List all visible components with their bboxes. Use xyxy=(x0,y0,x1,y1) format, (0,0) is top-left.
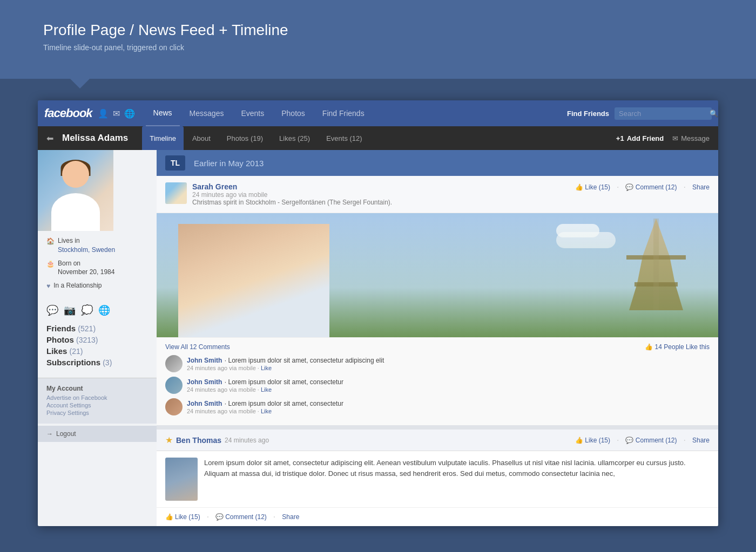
comment1-text: · Lorem ipsum dolor sit amet, consectetu… xyxy=(225,357,384,364)
search-icon: 🔍 xyxy=(710,110,718,118)
profile-name: Melissa Adams xyxy=(62,133,128,144)
lives-in-label: Lives in xyxy=(58,237,80,244)
logout-label: Logout xyxy=(56,430,76,438)
comment1-avatar xyxy=(165,355,183,372)
globe-icon[interactable]: 🌐 xyxy=(124,108,135,119)
heart-icon: ♥ xyxy=(46,282,50,290)
nav-photos[interactable]: Photos xyxy=(274,100,313,126)
add-friend-button[interactable]: +1 Add Friend xyxy=(616,134,664,142)
post1-comments-section: View All 12 Comments 👍 14 People Like th… xyxy=(157,337,718,425)
thumbs-up-icon: 👍 xyxy=(165,513,173,521)
post2-footer-like[interactable]: 👍 Like (15) xyxy=(165,513,200,521)
post1-time: 24 minutes ago via mobile xyxy=(192,191,570,199)
message-icon: ✉ xyxy=(672,134,678,142)
friends-icon[interactable]: 👤 xyxy=(98,108,109,119)
view-all-comments-link[interactable]: View All 12 Comments xyxy=(165,343,230,351)
comment1-like-btn[interactable]: Like xyxy=(261,365,272,371)
chat-icon[interactable]: 💬 xyxy=(46,304,58,316)
comment2-author[interactable]: John Smith xyxy=(187,378,222,386)
home-icon: 🏠 xyxy=(46,237,55,245)
nav-news[interactable]: News xyxy=(146,100,180,126)
comment3-avatar xyxy=(165,398,183,415)
comment3-author[interactable]: John Smith xyxy=(187,400,222,407)
nav-find-friends[interactable]: Find Friends xyxy=(315,100,372,126)
page-subtitle: Timeline slide-out panel, triggered on c… xyxy=(43,43,713,52)
thumbs-icon: 👍 xyxy=(645,343,653,351)
privacy-settings-link[interactable]: Privacy Settings xyxy=(46,410,148,416)
birthday-icon: 🎂 xyxy=(46,260,55,268)
people-bg xyxy=(178,224,329,337)
post2-body: Lorem ipsum dolor sit amet, consectetur … xyxy=(157,451,718,507)
advertise-link[interactable]: Advertise on Facebook xyxy=(46,394,148,401)
tab-timeline[interactable]: Timeline xyxy=(142,126,184,150)
message-button[interactable]: ✉ Message xyxy=(672,134,710,142)
nav-icons: 👤 ✉ 🌐 xyxy=(98,108,135,119)
navbar: facebook 👤 ✉ 🌐 News Messages Events Phot… xyxy=(38,100,718,126)
photo-icon[interactable]: 📷 xyxy=(64,304,76,316)
post2-share-btn[interactable]: Share xyxy=(692,437,710,444)
comment2-meta: 24 minutes ago via mobile · Like xyxy=(187,386,710,393)
comment-item-1: John Smith · Lorem ipsum dolor sit amet,… xyxy=(165,355,710,372)
timeline-period: Earlier in May 2013 xyxy=(194,159,264,168)
post2-comment-btn[interactable]: 💬 Comment (12) xyxy=(625,437,677,444)
profile-picture xyxy=(38,150,113,231)
post2-footer-comment[interactable]: 💬 Comment (12) xyxy=(215,513,267,521)
tab-events[interactable]: Events (12) xyxy=(319,126,369,150)
nav-messages[interactable]: Messages xyxy=(182,100,232,126)
born-on-item: 🎂 Born on November 20, 1984 xyxy=(46,259,148,277)
tab-about[interactable]: About xyxy=(185,126,218,150)
post1-avatar xyxy=(165,182,187,204)
comment2-avatar xyxy=(165,377,183,394)
post2-text: Lorem ipsum dolor sit amet, consectetur … xyxy=(204,458,710,501)
sidebar-info: 🏠 Lives in Stockholm, Sweden 🎂 Born on N… xyxy=(38,231,157,300)
post1-author[interactable]: Sarah Green xyxy=(192,182,570,191)
comment-icon[interactable]: 💭 xyxy=(81,304,93,316)
post1-header: Sarah Green 24 minutes ago via mobile Ch… xyxy=(157,176,718,213)
logout-button[interactable]: → Logout xyxy=(38,426,157,442)
tab-photos[interactable]: Photos (19) xyxy=(219,126,271,150)
comment1-author[interactable]: John Smith xyxy=(187,357,222,364)
account-settings-link[interactable]: Account Settings xyxy=(46,402,148,408)
post1-like-btn[interactable]: 👍 Like (15) xyxy=(575,183,610,191)
search-input[interactable] xyxy=(619,110,710,118)
header-arrow xyxy=(70,79,90,88)
sidebar: 🏠 Lives in Stockholm, Sweden 🎂 Born on N… xyxy=(38,150,157,526)
web-icon[interactable]: 🌐 xyxy=(98,304,110,316)
facebook-logo: facebook xyxy=(44,106,92,120)
lives-in-item: 🏠 Lives in Stockholm, Sweden xyxy=(46,236,148,255)
tab-likes[interactable]: Likes (25) xyxy=(272,126,318,150)
post2-avatar xyxy=(165,458,198,501)
main-content: 🏠 Lives in Stockholm, Sweden 🎂 Born on N… xyxy=(38,150,718,526)
post2-author[interactable]: Ben Thomas xyxy=(176,436,221,445)
post2-like-btn[interactable]: 👍 Like (15) xyxy=(575,437,610,444)
born-label: Born on xyxy=(58,260,80,267)
comment-item-2: John Smith · Lorem ipsum dolor sit amet,… xyxy=(165,377,710,394)
post1-actions-bar: 👍 Like (15) · 💬 Comment (12) · Share xyxy=(575,182,710,192)
comment2-like-btn[interactable]: Like xyxy=(261,386,272,393)
nav-right: Find Friends 🔍 xyxy=(567,107,712,120)
messages-icon[interactable]: ✉ xyxy=(113,108,120,119)
post2-time: 24 minutes ago xyxy=(225,437,269,444)
nav-events[interactable]: Events xyxy=(233,100,272,126)
relationship-value: In a Relationship xyxy=(53,281,102,290)
sidebar-likes[interactable]: Likes (21) xyxy=(46,346,148,356)
post1-subtitle: Christmas spirit in Stockholm - Sergelfo… xyxy=(192,199,570,206)
comment3-like-btn[interactable]: Like xyxy=(261,408,272,414)
find-friends-button[interactable]: Find Friends xyxy=(567,110,609,118)
post1-meta: Sarah Green 24 minutes ago via mobile Ch… xyxy=(192,182,570,206)
feed: TL Earlier in May 2013 Sarah Green 24 mi… xyxy=(157,150,718,526)
sidebar-photos[interactable]: Photos (3213) xyxy=(46,335,148,344)
post2-footer-share[interactable]: Share xyxy=(282,513,299,521)
likes-badge: 👍 14 People Like this xyxy=(645,343,710,351)
comment-icon: 💬 xyxy=(215,513,224,521)
sidebar-subscriptions[interactable]: Subscriptions (3) xyxy=(46,358,148,367)
comment3-body: John Smith · Lorem ipsum dolor sit amet,… xyxy=(187,398,710,414)
post-card-2: ★ Ben Thomas 24 minutes ago 👍 Like (15) … xyxy=(157,430,718,526)
post1-comment-btn[interactable]: 💬 Comment (12) xyxy=(625,183,677,191)
born-date: November 20, 1984 xyxy=(58,268,114,276)
sidebar-friends[interactable]: Friends (521) xyxy=(46,324,148,333)
profile-back-icon[interactable]: ⬅ xyxy=(46,133,53,144)
comment2-text: · Lorem ipsum dolor sit amet, consectetu… xyxy=(225,378,343,386)
facebook-container: facebook 👤 ✉ 🌐 News Messages Events Phot… xyxy=(38,100,718,526)
post1-share-btn[interactable]: Share xyxy=(692,183,710,191)
